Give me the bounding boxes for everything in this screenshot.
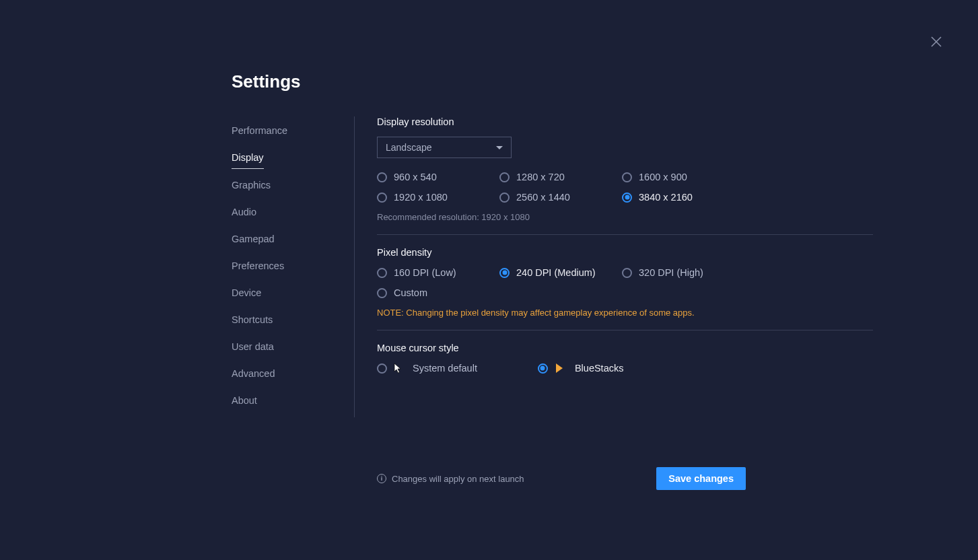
sidebar-item-advanced[interactable]: Advanced (232, 363, 275, 384)
radio-icon (377, 288, 387, 298)
orientation-select[interactable]: Landscape (377, 137, 512, 158)
sidebar-item-device[interactable]: Device (232, 283, 261, 304)
radio-icon (499, 268, 510, 278)
resolution-options: 960 x 5401280 x 7201600 x 9001920 x 1080… (377, 172, 873, 203)
radio-label: Custom (394, 287, 427, 298)
resolution-option[interactable]: 1600 x 900 (622, 172, 744, 182)
cursor-option-bluestacks[interactable]: BlueStacks (538, 363, 624, 374)
radio-label: 1920 x 1080 (394, 192, 448, 203)
density-note: NOTE: Changing the pixel density may aff… (377, 308, 873, 318)
footer-info: i Changes will apply on next launch (377, 474, 524, 484)
radio-label: 240 DPI (Medium) (516, 267, 596, 278)
radio-label: 160 DPI (Low) (394, 267, 456, 278)
cursor-default-icon (394, 363, 402, 374)
recommended-resolution: Recommended resolution: 1920 x 1080 (377, 212, 873, 222)
density-heading: Pixel density (377, 247, 873, 258)
density-options: 160 DPI (Low)240 DPI (Medium)320 DPI (Hi… (377, 267, 873, 298)
footer-info-text: Changes will apply on next launch (392, 474, 524, 484)
display-panel: Display resolution Landscape 960 x 54012… (355, 116, 873, 417)
sidebar-item-display[interactable]: Display (232, 147, 264, 169)
resolution-option[interactable]: 1280 x 720 (499, 172, 622, 182)
radio-icon (377, 172, 387, 182)
radio-label: System default (413, 363, 477, 374)
radio-label: 960 x 540 (394, 172, 437, 182)
sidebar-item-about[interactable]: About (232, 390, 257, 411)
sidebar-item-gamepad[interactable]: Gamepad (232, 229, 275, 250)
caret-down-icon (496, 146, 503, 149)
density-option[interactable]: 320 DPI (High) (622, 267, 744, 278)
resolution-option[interactable]: 1920 x 1080 (377, 192, 499, 203)
radio-icon (622, 193, 632, 203)
resolution-option[interactable]: 2560 x 1440 (499, 192, 622, 203)
radio-label: BlueStacks (575, 363, 624, 374)
sidebar-item-preferences[interactable]: Preferences (232, 256, 284, 277)
sidebar-item-graphics[interactable]: Graphics (232, 175, 271, 196)
info-icon: i (377, 474, 386, 483)
radio-icon (538, 363, 548, 374)
density-option[interactable]: 240 DPI (Medium) (499, 267, 622, 278)
radio-icon (499, 193, 510, 203)
radio-label: 2560 x 1440 (516, 192, 570, 203)
resolution-option[interactable]: 960 x 540 (377, 172, 499, 182)
orientation-value: Landscape (386, 142, 432, 153)
resolution-option[interactable]: 3840 x 2160 (622, 192, 744, 203)
section-divider (377, 330, 873, 330)
radio-icon (499, 172, 510, 182)
radio-icon (377, 363, 387, 374)
radio-icon (377, 193, 387, 203)
radio-icon (377, 268, 387, 278)
radio-label: 3840 x 2160 (639, 192, 693, 203)
radio-label: 1280 x 720 (516, 172, 565, 182)
sidebar-item-shortcuts[interactable]: Shortcuts (232, 310, 273, 330)
save-changes-button[interactable]: Save changes (656, 467, 746, 490)
sidebar-item-performance[interactable]: Performance (232, 120, 287, 141)
section-divider (377, 234, 873, 235)
settings-sidebar: PerformanceDisplayGraphicsAudioGamepadPr… (232, 116, 355, 417)
radio-label: 320 DPI (High) (639, 267, 703, 278)
density-option[interactable]: 160 DPI (Low) (377, 267, 499, 278)
density-option[interactable]: Custom (377, 287, 499, 298)
radio-label: 1600 x 900 (639, 172, 687, 182)
sidebar-item-audio[interactable]: Audio (232, 202, 256, 223)
cursor-option-system[interactable]: System default (377, 363, 477, 374)
page-title: Settings (232, 71, 978, 92)
sidebar-item-user-data[interactable]: User data (232, 337, 274, 357)
cursor-heading: Mouse cursor style (377, 343, 873, 353)
radio-icon (622, 172, 632, 182)
cursor-bluestacks-icon (555, 363, 564, 374)
cursor-options: System defaultBlueStacks (377, 363, 873, 374)
resolution-heading: Display resolution (377, 116, 873, 127)
radio-icon (622, 268, 632, 278)
